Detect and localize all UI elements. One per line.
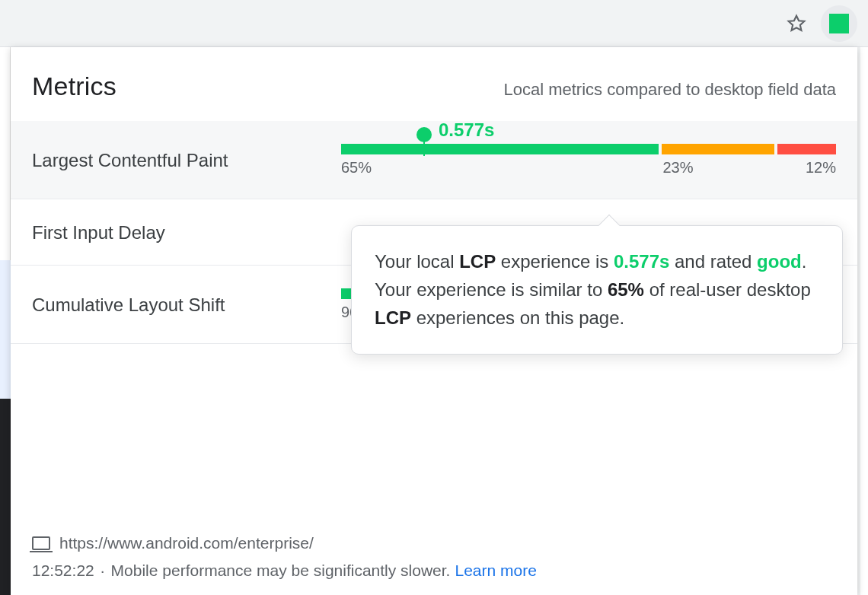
metric-value-lcp: 0.577s [439,119,494,141]
footer-url: https://www.android.com/enterprise/ [59,534,314,552]
footer-time: 12:52:22 [32,562,94,580]
lcp-good-pct: 65% [341,159,372,177]
metric-label-fid: First Input Delay [32,222,329,243]
tt-t1: Your local [375,251,459,272]
separator-dot: · [101,562,105,580]
popup-header: Metrics Local metrics compared to deskto… [11,47,857,121]
browser-toolbar [0,0,868,47]
metric-label-lcp: Largest Contentful Paint [32,150,329,171]
bookmark-star-icon[interactable] [786,13,807,34]
learn-more-link[interactable]: Learn more [455,562,536,580]
page-background-left-dark [0,399,11,595]
lcp-bad-pct: 12% [806,159,836,177]
page-background-left-blue [0,260,11,399]
tt-b1: LCP [459,251,496,272]
footer-note-row: 12:52:22 · Mobile performance may be sig… [32,562,836,580]
tt-rating: good [757,251,802,272]
tt-pct: 65% [608,279,644,300]
tt-t6: experiences on this page. [411,307,624,328]
footer-url-row: https://www.android.com/enterprise/ [32,534,836,552]
metric-tooltip: Your local LCP experience is 0.577s and … [351,225,843,355]
lcp-ok-pct: 23% [663,159,694,177]
metric-label-cls: Cumulative Layout Shift [32,294,329,316]
tt-val: 0.577s [614,251,669,272]
tt-t5: of real-user desktop [644,279,811,300]
popup-subtitle: Local metrics compared to desktop field … [503,80,836,100]
page-background-right [860,47,868,595]
popup-footer: https://www.android.com/enterprise/ 12:5… [11,523,857,595]
tt-t3: and rated [669,251,757,272]
lcp-marker-icon [423,133,425,156]
popup-title: Metrics [32,72,116,101]
lcp-seg-bad [777,144,836,154]
extension-button[interactable] [821,5,857,42]
metric-chart-lcp: 0.577s 65% 23% 12% [341,144,836,177]
lcp-seg-good [341,144,659,154]
extension-badge-icon [829,14,849,33]
footer-note: Mobile performance may be significantly … [111,562,451,580]
web-vitals-popup: Metrics Local metrics compared to deskto… [11,47,857,595]
lcp-pct-row: 65% 23% 12% [341,159,836,177]
tt-t2: experience is [496,251,614,272]
lcp-seg-ok [662,144,774,154]
metric-row-lcp[interactable]: Largest Contentful Paint 0.577s 65% 23% … [11,121,857,199]
lcp-distribution-bar [341,144,836,154]
tt-b2: LCP [375,307,411,328]
laptop-icon [32,536,50,550]
